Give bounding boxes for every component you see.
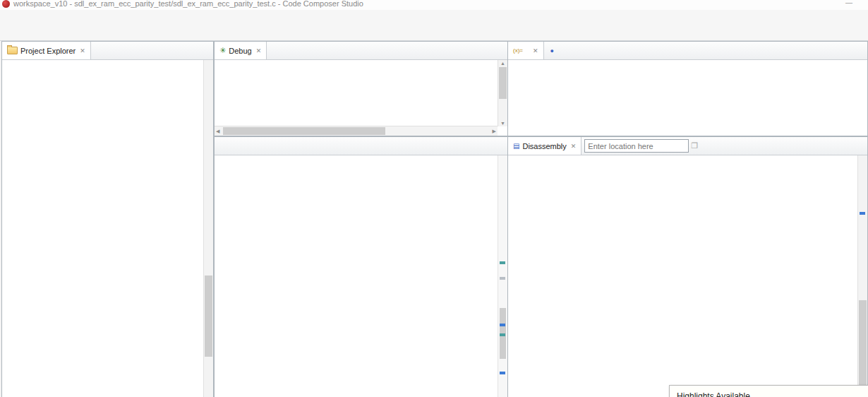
disassembly-panel: ▤ Disassembly ✕ ❐ [507,136,868,397]
debug-call-stack [215,60,498,126]
tab-expressions[interactable]: (x)= ✕ [508,42,544,59]
close-icon[interactable]: ✕ [571,143,577,150]
disassembly-icon: ▤ [513,142,519,150]
close-icon[interactable]: ✕ [256,47,262,54]
folder-icon [7,47,18,54]
disassembly-listing[interactable] [508,155,857,397]
tab-disassembly[interactable]: ▤ Disassembly ✕ [508,137,581,155]
panel-title: Disassembly [522,142,566,150]
close-icon[interactable]: ✕ [80,47,85,54]
tab-project-explorer[interactable]: Project Explorer ✕ [2,42,91,59]
project-tree [2,60,203,397]
code-area[interactable] [215,155,498,397]
expressions-panel: (x)= ✕ ● [507,41,868,136]
tooltip-text: Highlights Available [677,391,750,397]
ccs-logo-icon [2,0,10,8]
panel-title: Debug [229,47,251,55]
project-explorer-panel: Project Explorer ✕ [1,41,214,397]
code-editor-panel [214,136,508,397]
window-controls[interactable]: — [845,0,862,6]
expressions-table [508,60,867,136]
editor-scrollbar[interactable] [498,155,507,397]
tab-debug[interactable]: ✳ Debug ✕ [215,42,267,59]
title-bar: workspace_v10 - sdl_ex_ram_ecc_parity_te… [0,0,868,10]
main-toolbar [0,22,868,41]
breakpoint-icon: ● [550,47,554,54]
menu-bar [0,10,868,22]
location-input[interactable] [584,139,689,153]
tooltip-popup: Highlights Available [669,385,868,397]
project-scrollbar[interactable] [203,60,213,397]
go-button[interactable]: ❐ [691,141,698,150]
disassembly-scrollbar[interactable] [857,155,867,397]
panel-title: Project Explorer [20,47,76,55]
window-title: workspace_v10 - sdl_ex_ram_ecc_parity_te… [13,0,363,8]
close-icon[interactable]: ✕ [533,47,538,54]
debug-panel: ✳ Debug ✕ ▲▼ ◀ ▶ [214,41,508,136]
debug-vscrollbar[interactable]: ▲▼ [498,60,507,126]
tab-breakpoints[interactable]: ● [544,42,563,59]
debug-hscrollbar[interactable]: ◀ ▶ [215,126,498,136]
debug-icon: ✳ [219,46,226,55]
expressions-icon: (x)= [513,47,523,54]
